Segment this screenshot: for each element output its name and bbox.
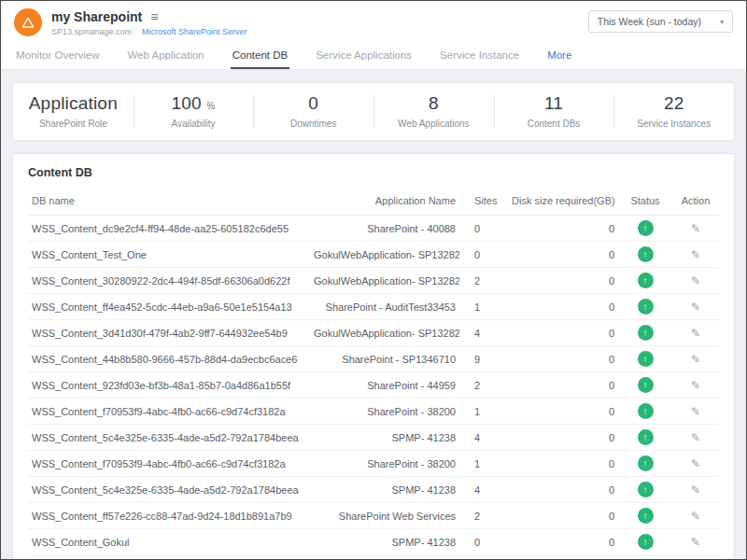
status-cell: ↑ [618, 425, 672, 451]
application-name-cell: SPMP- 41238 [310, 425, 459, 451]
application-name-cell: GokulWebApplication- SP1328261 [310, 242, 459, 268]
edit-pencil-icon[interactable]: ✎ [691, 274, 700, 287]
chevron-down-icon: ▾ [720, 18, 724, 26]
content-db-card: Content DB DB name Application Name Site… [12, 153, 735, 559]
tab-web-application[interactable]: Web Application [125, 41, 205, 69]
table-row[interactable]: WSS_Content_f70953f9-4abc-4fb0-ac66-c9d7… [28, 399, 719, 425]
table-row[interactable]: WSS_Content_5c4e325e-6335-4ade-a5d2-792a… [28, 477, 719, 503]
status-up-icon: ↑ [638, 220, 654, 236]
sites-cell: 1 [459, 294, 508, 320]
monitor-header: my Sharepoint ≡ SP13.spmanage.com Micros… [1, 1, 746, 41]
tab-content-db[interactable]: Content DB [231, 41, 289, 69]
sites-cell: 4 [459, 320, 508, 346]
edit-pencil-icon[interactable]: ✎ [691, 536, 700, 549]
sites-cell: 4 [459, 425, 508, 451]
page-title: my Sharepoint [51, 9, 142, 24]
action-cell: ✎ [672, 268, 719, 294]
host-name: SP13.spmanage.com [51, 27, 132, 36]
status-up-icon: ↑ [638, 482, 654, 497]
edit-pencil-icon[interactable]: ✎ [691, 327, 700, 340]
table-row[interactable]: WSS_Content_ff4ea452-5cdc-44eb-a9a6-50e1… [28, 294, 719, 320]
db-name-cell: WSS_Content_30280922-2dc4-494f-85df-6630… [28, 268, 310, 294]
sites-cell: 2 [459, 372, 508, 399]
tab-bar: Monitor Overview Web Application Content… [1, 41, 746, 70]
action-cell: ✎ [672, 399, 719, 425]
time-period-dropdown[interactable]: This Week (sun - today) ▾ [588, 10, 733, 33]
col-action: Action [672, 189, 719, 216]
action-cell: ✎ [672, 477, 719, 503]
stat-value: 100 % [137, 93, 250, 114]
db-name-cell: WSS_Content_3d41d30f-479f-4ab2-9ff7-6449… [28, 320, 310, 346]
status-cell: ↑ [618, 529, 672, 555]
table-row[interactable]: WSS_Content_44b8b580-9666-457b-88d4-da9e… [28, 346, 719, 372]
disk-size-cell: 0 [508, 399, 618, 425]
tab-service-applications[interactable]: Service Applications [314, 41, 414, 69]
db-name-cell: WSS_Content_f70953f9-4abc-4fb0-ac66-c9d7… [28, 451, 310, 477]
table-row[interactable]: WSS_Content_dc9e2cf4-ff94-48de-aa25-6051… [28, 216, 719, 242]
hamburger-menu-icon[interactable]: ≡ [150, 10, 158, 23]
disk-size-cell: 0 [508, 372, 618, 399]
sites-cell: 1 [459, 451, 508, 477]
action-cell: ✎ [672, 346, 719, 372]
table-row[interactable]: WSS_Content_3d41d30f-479f-4ab2-9ff7-6449… [28, 320, 719, 346]
edit-pencil-icon[interactable]: ✎ [691, 457, 700, 470]
edit-pencil-icon[interactable]: ✎ [691, 248, 700, 261]
percent-unit: % [206, 101, 215, 111]
monitor-type-avatar [14, 8, 42, 36]
table-row[interactable]: WSS_Content_923fd03e-bf3b-48a1-85b7-0a4d… [28, 372, 719, 399]
table-row[interactable]: WSS_Content_30280922-2dc4-494f-85df-6630… [28, 268, 719, 294]
edit-pencil-icon[interactable]: ✎ [691, 483, 700, 497]
server-type-link[interactable]: Microsoft SharePoint Server [142, 27, 247, 36]
stat-value: 0 [257, 93, 370, 114]
disk-size-cell: 0 [508, 477, 618, 503]
edit-pencil-icon[interactable]: ✎ [691, 510, 700, 523]
table-row[interactable]: WSS_Content_f70953f9-4abc-4fb0-ac66-c9d7… [28, 451, 719, 477]
status-up-icon: ↑ [638, 455, 654, 471]
db-name-cell: WSS_Content_5c4e325e-6335-4ade-a5d2-792a… [28, 477, 310, 503]
col-application-name: Application Name [310, 189, 459, 216]
disk-size-cell: 0 [508, 216, 618, 242]
db-name-cell: WSS_Content_dc9e2cf4-ff94-48de-aa25-6051… [28, 216, 310, 242]
tab-more[interactable]: More [545, 41, 573, 69]
tab-service-instance[interactable]: Service Instance [438, 41, 521, 69]
content-area: Application SharePoint Role 100 % Availa… [1, 70, 746, 559]
sites-cell: 9 [459, 346, 508, 372]
status-up-icon: ↑ [638, 299, 654, 315]
db-name-cell: WSS_Content_Test_One [28, 242, 310, 268]
status-up-icon: ↑ [638, 273, 654, 288]
application-name-cell: SharePoint - 40088 [310, 216, 459, 242]
table-row[interactable]: WSS_Content_5c4e325e-6335-4ade-a5d2-792a… [28, 425, 719, 451]
db-name-cell: WSS_Content_5c4e325e-6335-4ade-a5d2-792a… [28, 425, 310, 451]
application-name-cell: SharePoint - 38200 [310, 451, 459, 477]
col-db-name: DB name [28, 189, 310, 216]
table-row[interactable]: WSS_Content_Test_One GokulWebApplication… [28, 242, 719, 268]
action-cell: ✎ [672, 529, 719, 555]
action-cell: ✎ [672, 451, 719, 477]
edit-pencil-icon[interactable]: ✎ [691, 431, 700, 444]
table-row[interactable]: WSS_Content_ff57e226-cc88-47ad-9d24-18d1… [28, 503, 719, 529]
edit-pencil-icon[interactable]: ✎ [691, 301, 700, 314]
table-row[interactable]: WSS_Content_Gokul SPMP- 41238 0 0 ↑ ✎ [28, 529, 719, 555]
db-name-cell: WSS_Content_ff4ea452-5cdc-44eb-a9a6-50e1… [28, 294, 310, 320]
disk-size-cell: 0 [508, 503, 618, 529]
status-cell: ↑ [618, 477, 672, 503]
stat-service-instances: 22 Service Instances [613, 83, 734, 140]
content-db-table: DB name Application Name Sites Disk size… [28, 189, 719, 555]
stat-value: Application [17, 93, 130, 114]
edit-pencil-icon[interactable]: ✎ [691, 379, 700, 392]
application-name-cell: SharePoint - AuditTest33453 [310, 294, 459, 320]
content-db-table-body: WSS_Content_dc9e2cf4-ff94-48de-aa25-6051… [28, 216, 719, 555]
tab-monitor-overview[interactable]: Monitor Overview [14, 41, 101, 69]
action-cell: ✎ [672, 216, 719, 242]
edit-pencil-icon[interactable]: ✎ [691, 405, 700, 418]
edit-pencil-icon[interactable]: ✎ [691, 222, 700, 235]
sites-cell: 1 [459, 399, 508, 425]
stat-web-applications: 8 Web Applications [374, 83, 494, 140]
edit-pencil-icon[interactable]: ✎ [691, 353, 700, 366]
application-name-cell: SharePoint - 44959 [310, 372, 459, 399]
db-name-cell: WSS_Content_44b8b580-9666-457b-88d4-da9e… [28, 346, 310, 372]
sites-cell: 2 [459, 268, 508, 294]
disk-size-cell: 0 [508, 268, 618, 294]
stat-label: Downtimes [257, 119, 370, 129]
application-name-cell: GokulWebApplication- SP1328261 [310, 320, 459, 346]
